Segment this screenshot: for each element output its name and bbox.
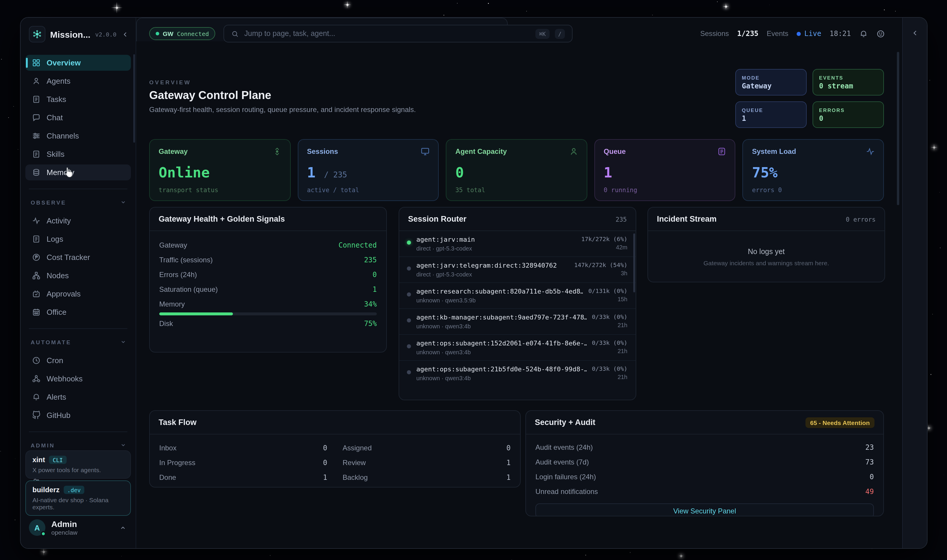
sidebar-item-webhooks[interactable]: Webhooks xyxy=(25,371,131,387)
stat-suffix: / 235 xyxy=(324,170,347,179)
live-dot xyxy=(797,32,801,36)
sidebar-item-github[interactable]: GitHub xyxy=(25,407,131,423)
sidebar-item-label: Cron xyxy=(46,356,63,365)
sidebar-item-agents[interactable]: Agents xyxy=(25,73,131,89)
notifications-bell-button[interactable] xyxy=(859,29,868,38)
task-count: 0 xyxy=(507,443,511,452)
router-row[interactable]: agent:jarv:telegram:direct:328940762 dir… xyxy=(399,257,636,283)
minicard-value: 1 xyxy=(742,114,800,122)
sidebar: Mission... v2.0.0 Overview Agents xyxy=(21,18,136,548)
promo-card-xint[interactable]: xint CLI X power tools for agents. xyxy=(25,450,131,478)
sidebar-section-observe[interactable]: OBSERVE xyxy=(21,197,136,208)
stat-value: 0 xyxy=(455,165,464,181)
sidebar-item-cost-tracker[interactable]: Cost Tracker xyxy=(25,249,131,265)
sidebar-item-activity[interactable]: Activity xyxy=(25,213,131,229)
stat-value: 1 / 235 xyxy=(307,165,347,181)
security-label: Audit events (24h) xyxy=(536,443,593,451)
stat-sub: 35 total xyxy=(455,186,485,193)
router-scrollbar[interactable] xyxy=(633,234,635,292)
task-flow-panel: Task Flow Inbox 0 In Progress 0 Done 1 xyxy=(149,410,520,488)
sidebar-item-overview[interactable]: Overview xyxy=(25,55,131,71)
task-row: Done 1 xyxy=(159,470,327,485)
needs-attention-badge: 65 - Needs Attention xyxy=(805,417,875,428)
section-title: AUTOMATE xyxy=(31,338,71,345)
stat-cards-row: Gateway Online transport status Sessions… xyxy=(149,139,884,201)
session-meta: unknown · qwen3:4b xyxy=(416,349,587,355)
session-age: 42m xyxy=(581,244,627,251)
session-age: 21h xyxy=(592,322,627,328)
broadcast-icon xyxy=(272,147,282,156)
queue-list-icon xyxy=(717,147,727,156)
database-icon xyxy=(32,168,41,177)
stat-sub: errors 0 xyxy=(752,186,782,193)
sidebar-item-approvals[interactable]: Approvals xyxy=(25,286,131,302)
live-indicator[interactable]: Live xyxy=(797,29,821,38)
global-search[interactable]: ⌘K / xyxy=(224,25,573,42)
stat-card-gateway[interactable]: Gateway Online transport status xyxy=(149,139,290,201)
user-org: openclaw xyxy=(51,529,77,536)
task-label: Inbox xyxy=(159,443,177,452)
document-lines-icon xyxy=(32,150,41,158)
sidebar-collapse-button[interactable] xyxy=(122,31,129,37)
sidebar-item-nodes[interactable]: Nodes xyxy=(25,268,131,283)
sidebar-item-logs[interactable]: Logs xyxy=(25,231,131,247)
bell-icon xyxy=(32,392,41,402)
sidebar-item-channels[interactable]: Channels xyxy=(25,128,131,144)
sidebar-item-alerts[interactable]: Alerts xyxy=(25,389,131,405)
sidebar-item-label: Agents xyxy=(46,77,71,86)
sidebar-scrollbar[interactable] xyxy=(133,54,135,143)
sidebar-item-label: Webhooks xyxy=(46,374,83,383)
page-eyebrow: OVERVIEW xyxy=(149,79,416,86)
router-row[interactable]: agent:ops:subagent:152d2061-e074-41fb-8e… xyxy=(399,335,636,361)
page-header: OVERVIEW Gateway Control Plane Gateway-f… xyxy=(149,79,416,114)
page-title: Gateway Control Plane xyxy=(149,89,416,102)
minicard-label: EVENTS xyxy=(819,75,878,80)
stat-card-system-load[interactable]: System Load 75% errors 0 xyxy=(743,139,884,201)
stat-sub: 0 running xyxy=(604,186,637,193)
sidebar-section-automate[interactable]: AUTOMATE xyxy=(21,337,136,347)
gateway-connected-badge[interactable]: GW Connected xyxy=(149,27,216,40)
rail-collapse-button[interactable] xyxy=(911,28,918,548)
minicard-label: QUEUE xyxy=(742,107,800,113)
sidebar-item-tasks[interactable]: Tasks xyxy=(25,91,131,107)
sidebar-item-memory[interactable]: Memory xyxy=(25,165,131,180)
panel-title: Gateway Health + Golden Signals xyxy=(159,215,285,223)
router-row[interactable]: agent:kb-manager:subagent:9aed797e-723f-… xyxy=(399,309,636,335)
stat-value: 1 xyxy=(604,165,612,181)
chevron-left-icon xyxy=(911,29,918,37)
search-input[interactable] xyxy=(245,29,530,38)
sidebar-item-label: GitHub xyxy=(46,411,71,420)
feedback-smiley-button[interactable] xyxy=(876,29,885,38)
router-row[interactable]: agent:ops:subagent:21b5fd0e-524b-48f0-99… xyxy=(399,361,636,386)
task-flow-grid: Inbox 0 In Progress 0 Done 1 Assigned xyxy=(150,434,520,485)
sidebar-item-skills[interactable]: Skills xyxy=(25,146,131,162)
stat-card-queue[interactable]: Queue 1 0 running xyxy=(594,139,736,201)
health-value: 235 xyxy=(364,255,377,264)
sidebar-item-cron[interactable]: Cron xyxy=(25,352,131,368)
stat-label: Agent Capacity xyxy=(455,148,577,155)
stat-card-sessions[interactable]: Sessions 1 / 235 active / total xyxy=(297,139,439,201)
health-value: Connected xyxy=(339,241,377,249)
session-tokens: 0/33k (0%) xyxy=(592,366,627,372)
security-value-alert: 49 xyxy=(865,487,874,495)
sidebar-item-office[interactable]: Office xyxy=(25,304,131,320)
stat-card-agent-capacity[interactable]: Agent Capacity 0 35 total xyxy=(446,139,587,201)
router-row[interactable]: agent:research:subagent:820a711e-db5b-4e… xyxy=(399,283,636,309)
router-row[interactable]: agent:jarv:main direct · gpt-5.3-codex 1… xyxy=(399,231,636,257)
clock: 18:21 xyxy=(830,29,851,38)
main-area: GW Connected ⌘K / Sessions 1/235 Events … xyxy=(136,18,903,548)
sidebar-section-admin[interactable]: ADMIN xyxy=(21,440,136,450)
health-label: Traffic (sessions) xyxy=(159,255,212,264)
incidents-empty-state: No logs yet Gateway incidents and warnin… xyxy=(648,231,884,282)
chat-bubble-icon xyxy=(32,113,41,122)
main-scrollbar[interactable] xyxy=(897,52,899,205)
sidebar-item-chat[interactable]: Chat xyxy=(25,110,131,126)
stat-sub: active / total xyxy=(307,186,359,193)
user-menu[interactable]: A Admin openclaw xyxy=(21,511,136,548)
app-title: Mission... xyxy=(50,29,91,39)
view-security-panel-button[interactable]: View Security Panel xyxy=(536,503,874,516)
status-dot xyxy=(156,32,159,35)
session-status-dot xyxy=(407,292,411,297)
stat-label: Gateway xyxy=(159,148,281,155)
smiley-icon xyxy=(876,29,885,38)
